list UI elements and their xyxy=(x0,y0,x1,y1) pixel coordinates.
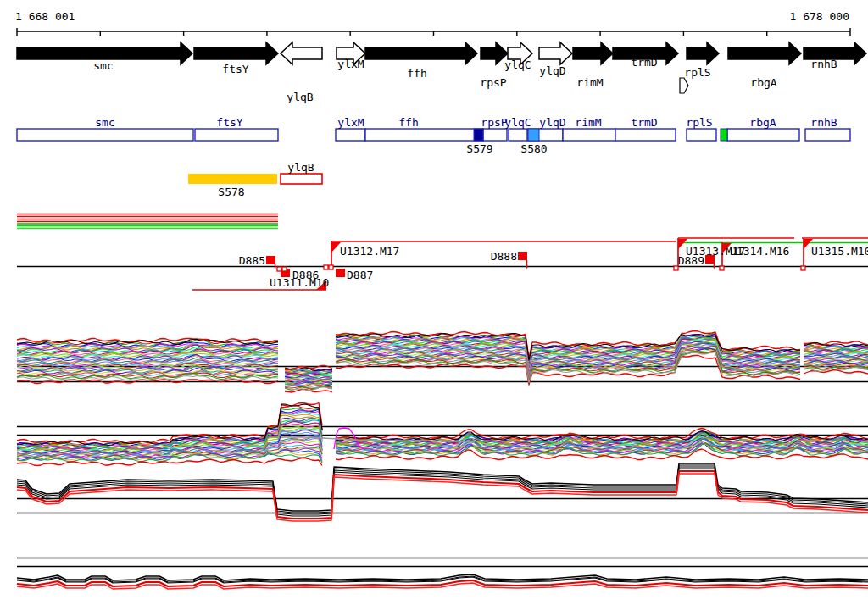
gene-box-label-rplS: rplS xyxy=(686,116,712,129)
marker-open-square xyxy=(282,267,287,271)
gene-box-rimM[interactable] xyxy=(563,129,615,141)
gene-label-ffh: ffh xyxy=(407,67,426,80)
gene-box-label-ylqC: ylqC xyxy=(504,116,531,129)
segment-green[interactable] xyxy=(721,129,727,141)
gene-box-ftsY[interactable] xyxy=(195,129,278,141)
feature-box-S578[interactable] xyxy=(188,174,277,184)
gene-label-ylqB: ylqB xyxy=(287,91,313,103)
gene-arrow-rimM[interactable] xyxy=(573,42,613,64)
browser-canvas: smcftsYylqBylxMffhrpsPylqCylqDrimMtrmDrp… xyxy=(0,0,868,605)
gene-box-label-trmD: trmD xyxy=(631,116,657,129)
gene-arrow-rplS[interactable] xyxy=(687,42,719,64)
flag-label-U1315.M10[interactable]: U1315.M10 xyxy=(811,245,868,258)
flag-label-U1314.M16[interactable]: U1314.M16 xyxy=(730,245,789,258)
gene-label-rplS: rplS xyxy=(684,66,710,79)
gene-box-label-rimM: rimM xyxy=(575,116,601,129)
gene-box-smc[interactable] xyxy=(17,129,193,141)
segment-label-S579: S579 xyxy=(466,142,492,155)
marker-label-D888[interactable]: D888 xyxy=(491,250,517,263)
gene-arrow-rpsP[interactable] xyxy=(481,42,508,64)
gene-box-ylxM[interactable] xyxy=(336,129,365,141)
gene-arrow-ffh[interactable] xyxy=(365,42,477,64)
gene-label-ftsY: ftsY xyxy=(222,63,248,75)
marker-label-D886[interactable]: D886 xyxy=(292,269,319,281)
segment-S580[interactable] xyxy=(528,129,539,141)
gene-box-rbgA[interactable] xyxy=(727,129,799,141)
feature-label-S578: S578 xyxy=(218,186,244,198)
marker-D888[interactable] xyxy=(518,252,527,260)
gene-label-trmD: trmD xyxy=(631,56,657,69)
gene-label-rbgA: rbgA xyxy=(750,76,776,89)
gene-box-rplS[interactable] xyxy=(687,129,716,141)
marker-open-square xyxy=(674,266,678,270)
gene-label-ylqC: ylqC xyxy=(504,58,531,71)
bundle-red-trace xyxy=(17,474,868,521)
gene-box-label-rnhB: rnhB xyxy=(810,116,837,129)
gene-label-ylqD: ylqD xyxy=(539,64,565,77)
gene-label-ylxM: ylxM xyxy=(337,58,364,70)
gene-label-rpsP: rpsP xyxy=(480,76,506,89)
segment-label-S580: S580 xyxy=(520,142,547,155)
marker-open-square xyxy=(801,266,805,270)
gene-box-label-ylqD: ylqD xyxy=(539,116,565,129)
marker-D885[interactable] xyxy=(266,256,275,264)
segment-S579[interactable] xyxy=(474,129,483,141)
gene-label-rnhB: rnhB xyxy=(810,58,837,70)
gene-label-rimM: rimM xyxy=(576,76,603,89)
bundle-black-trace xyxy=(17,469,868,516)
gene-box-label-ffh: ffh xyxy=(398,116,418,129)
gene-arrow-ftsY[interactable] xyxy=(194,42,278,64)
gene-box-label-ylxM: ylxM xyxy=(337,116,364,129)
gene-arrow-mini-orf[interactable] xyxy=(680,78,688,93)
gene-box-ffh[interactable] xyxy=(365,129,483,141)
marker-open-square xyxy=(720,266,724,270)
gene-box-rpsP[interactable] xyxy=(483,129,507,141)
gene-arrow-ylqB[interactable] xyxy=(281,42,322,64)
marker-label-D887[interactable]: D887 xyxy=(347,269,373,281)
gene-box-label-smc: smc xyxy=(95,116,114,129)
marker-D887[interactable] xyxy=(336,269,345,277)
marker-label-D885[interactable]: D885 xyxy=(239,254,265,267)
genome-browser: 1 668 001 1 678 000 smcftsYylqBylxMffhrp… xyxy=(0,0,868,605)
flag-label-U1312.M17[interactable]: U1312.M17 xyxy=(340,245,399,258)
gene-box-ylqC[interactable] xyxy=(509,129,527,141)
gene-box-label-rpsP: rpsP xyxy=(481,116,507,129)
marker-open-square xyxy=(277,267,281,271)
gene-arrow-ylqD[interactable] xyxy=(539,42,572,64)
gene-box-trmD[interactable] xyxy=(615,129,676,141)
gene-label-smc: smc xyxy=(93,59,113,72)
gene-box-label-rbgA: rbgA xyxy=(749,116,776,129)
gene-arrow-rbgA[interactable] xyxy=(728,42,801,64)
marker-open-square xyxy=(324,265,328,269)
gene-box-label-ftsY: ftsY xyxy=(216,116,242,129)
gene-box-rnhB[interactable] xyxy=(805,129,850,141)
feature-box-ylqB[interactable] xyxy=(281,174,322,184)
feature-label-ylqB: ylqB xyxy=(287,161,314,174)
marker-label-D889[interactable]: D889 xyxy=(678,254,704,267)
marker-D889[interactable] xyxy=(705,255,715,264)
marker-open-square xyxy=(329,265,333,269)
